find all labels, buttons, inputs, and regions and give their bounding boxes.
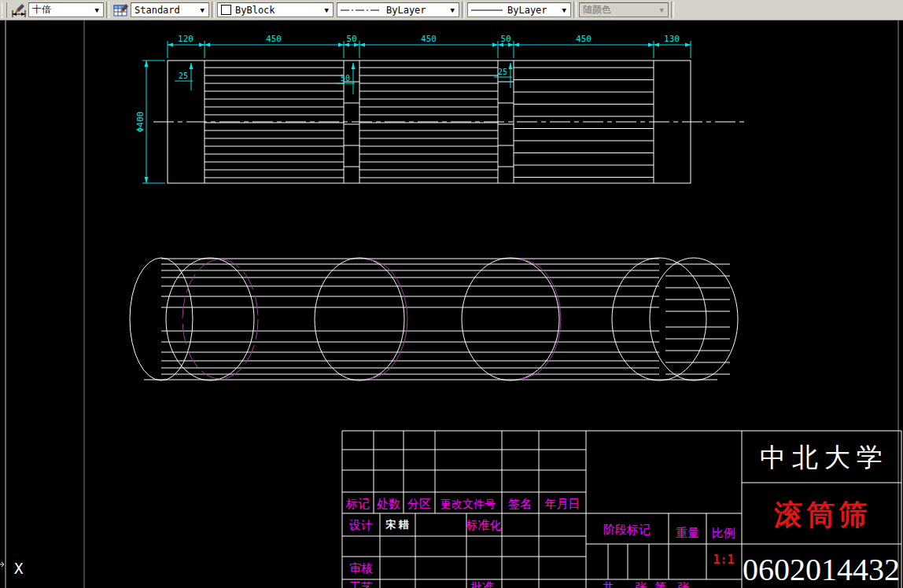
chevron-down-icon[interactable]: ▼ (560, 6, 569, 14)
text-style-value: Standard (135, 5, 180, 16)
sheet-char: 共 (603, 580, 614, 588)
dim-small-label: 25 (498, 68, 507, 76)
color-combo[interactable]: ByBlock ▼ (217, 2, 334, 17)
dim-small-label: 25 (179, 72, 188, 80)
chevron-down-icon[interactable]: ▼ (93, 6, 101, 14)
stage-mark-label: 阶段标记 (603, 523, 651, 536)
dim-label: 50 (346, 34, 356, 44)
scale-label: 比例 (712, 526, 735, 539)
revision-header-cell: 年月日 (544, 497, 580, 510)
chevron-down-icon[interactable]: ▼ (322, 6, 331, 14)
color-value: ByBlock (235, 5, 275, 16)
dim-label: 130 (664, 34, 680, 44)
dim-style-icon[interactable] (9, 2, 28, 18)
ucs-icon: X (0, 560, 24, 577)
cylinder-view (130, 258, 738, 380)
revision-header-cell: 处数 (377, 497, 400, 510)
design-label: 设计 (348, 518, 373, 531)
dim-label: 450 (576, 34, 592, 44)
standardization-label: 标准化 (466, 518, 502, 531)
plot-style-value: 随颜色 (583, 3, 611, 17)
audit-label: 审核 (349, 561, 373, 575)
top-view (153, 61, 746, 183)
dim-diameter-label: Φ400 (135, 112, 146, 133)
sheet-char: 第 (655, 580, 667, 588)
toolbar-separator (106, 2, 109, 18)
sheet-char: 张 (636, 580, 647, 588)
dim-style-combo[interactable]: 十倍 ▼ (28, 2, 104, 17)
dim-small-label: 50 (341, 74, 350, 83)
title-block: 标记 处数 分区 更改文件号 签名 年月日 设计 宋 耤 标准化 审核 工艺 批… (342, 431, 901, 588)
drawing-number: 0602014432 (743, 552, 900, 587)
ucs-x-label: X (14, 560, 24, 577)
toolbar-separator (212, 2, 215, 18)
cad-canvas[interactable]: 120 450 50 450 50 450 130 Φ400 25 50 25 (0, 20, 903, 588)
color-swatch (221, 5, 231, 15)
sheet-char: 张 (678, 580, 690, 588)
plot-style-combo: 随颜色 ▼ (579, 2, 669, 17)
toolbar-separator (671, 2, 674, 18)
dashdot-line-icon (341, 7, 381, 13)
weight-label: 重量 (676, 526, 699, 539)
scale-value: 1:1 (713, 553, 734, 567)
toolbar: 十倍 ▼ Standard ▼ ByBlock ▼ ByLayer ▼ (0, 0, 903, 20)
toolbar-separator (462, 2, 465, 18)
chevron-down-icon[interactable]: ▼ (198, 6, 207, 14)
dim-style-value: 十倍 (32, 3, 51, 17)
revision-header-cell: 标记 (345, 497, 370, 510)
chevron-down-icon: ▼ (658, 6, 666, 14)
drawing-title: 滚筒筛 (774, 499, 872, 531)
lineweight-combo[interactable]: ByLayer ▼ (467, 2, 571, 17)
dim-label: 120 (178, 34, 194, 44)
text-style-combo[interactable]: Standard ▼ (131, 2, 209, 17)
text-style-icon[interactable] (112, 2, 131, 18)
solid-line-icon (471, 7, 503, 13)
approve-label: 批准 (470, 580, 494, 588)
toolbar-grip[interactable] (2, 2, 7, 18)
dim-label: 450 (421, 34, 437, 44)
revision-header-cell: 更改文件号 (440, 498, 496, 510)
designer-name: 宋 耤 (385, 519, 409, 531)
toolbar-separator (573, 2, 577, 18)
dim-label: 450 (266, 34, 282, 44)
revision-header-cell: 签名 (508, 497, 532, 510)
linetype-combo[interactable]: ByLayer ▼ (337, 2, 459, 17)
dim-label: 50 (500, 34, 510, 44)
chevron-down-icon[interactable]: ▼ (448, 6, 457, 14)
process-label: 工艺 (349, 580, 373, 588)
dimensions: 120 450 50 450 50 450 130 Φ400 25 50 25 (135, 34, 691, 183)
revision-header-cell: 分区 (407, 497, 431, 510)
lineweight-value: ByLayer (507, 5, 547, 16)
linetype-value: ByLayer (386, 5, 426, 16)
university-name: 中北大学 (760, 443, 889, 472)
